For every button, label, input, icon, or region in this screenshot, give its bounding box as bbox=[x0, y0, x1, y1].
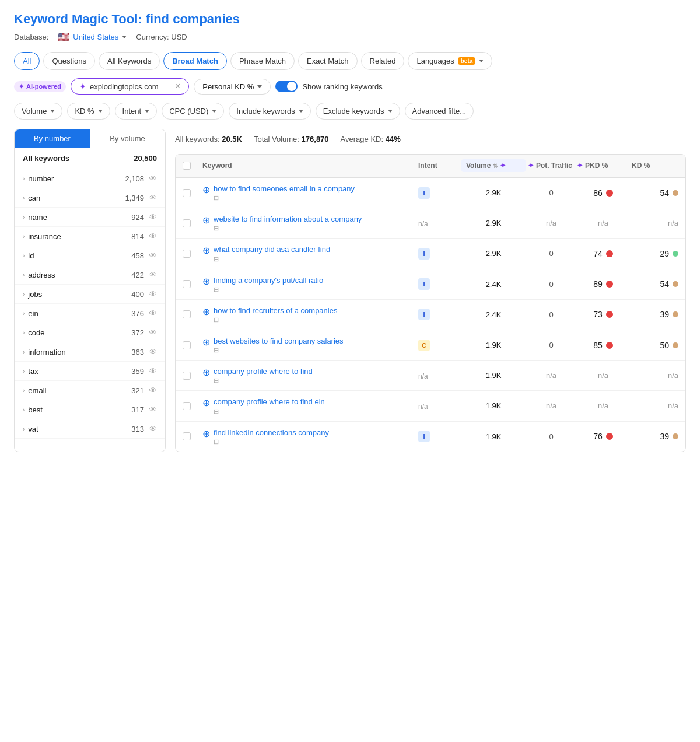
sidebar-item[interactable]: › tax 359 👁 bbox=[15, 362, 165, 381]
sidebar-item-word: number bbox=[28, 174, 54, 183]
add-icon[interactable]: ⊕ bbox=[202, 245, 210, 256]
eye-icon[interactable]: 👁 bbox=[149, 405, 157, 414]
row-checkbox[interactable] bbox=[183, 372, 191, 380]
keyword-link[interactable]: company profile where to find ein bbox=[214, 397, 325, 407]
row-checkbox[interactable] bbox=[183, 219, 191, 228]
row-checkbox[interactable] bbox=[183, 341, 191, 349]
tab-questions[interactable]: Questions bbox=[43, 52, 95, 70]
eye-icon[interactable]: 👁 bbox=[149, 193, 157, 202]
sidebar-item[interactable]: › ein 376 👁 bbox=[15, 304, 165, 323]
cpc-filter[interactable]: CPC (USD) bbox=[162, 103, 224, 120]
keyword-link[interactable]: best websites to find company salaries bbox=[214, 336, 344, 346]
keyword-mini-icon: ⊟ bbox=[214, 225, 362, 232]
exclude-keywords-filter[interactable]: Exclude keywords bbox=[316, 103, 400, 120]
keyword-link[interactable]: finding a company's put/call ratio bbox=[214, 275, 323, 286]
kd-cell: 50 bbox=[632, 341, 678, 350]
keyword-mini-icon: ⊟ bbox=[214, 377, 313, 384]
sidebar-item[interactable]: › id 458 👁 bbox=[15, 246, 165, 265]
row-checkbox[interactable] bbox=[183, 280, 191, 288]
main-content: By number By volume All keywords 20,500 … bbox=[14, 129, 686, 452]
add-icon[interactable]: ⊕ bbox=[202, 367, 210, 378]
sidebar-item[interactable]: › vat 313 👁 bbox=[15, 419, 165, 439]
eye-icon[interactable]: 👁 bbox=[149, 366, 157, 376]
kd-filter[interactable]: KD % bbox=[67, 103, 110, 120]
add-icon[interactable]: ⊕ bbox=[202, 397, 210, 408]
volume-filter[interactable]: Volume bbox=[14, 103, 62, 120]
sidebar-item[interactable]: › information 363 👁 bbox=[15, 342, 165, 362]
show-ranking-toggle[interactable] bbox=[275, 80, 298, 92]
eye-icon[interactable]: 👁 bbox=[149, 309, 157, 318]
th-volume[interactable]: Volume ⇅ ✦ bbox=[461, 159, 526, 172]
eye-icon[interactable]: 👁 bbox=[149, 270, 157, 279]
db-selector[interactable]: 🇺🇸 United States bbox=[58, 32, 127, 43]
eye-icon[interactable]: 👁 bbox=[149, 289, 157, 299]
eye-icon[interactable]: 👁 bbox=[149, 212, 157, 222]
intent-cell: I bbox=[418, 187, 459, 199]
add-icon[interactable]: ⊕ bbox=[202, 276, 210, 287]
row-checkbox[interactable] bbox=[183, 402, 191, 410]
keyword-cell: ⊕ find linkedin connections company ⊟ bbox=[202, 428, 416, 446]
eye-icon[interactable]: 👁 bbox=[149, 328, 157, 337]
avg-kd-label: Average KD: bbox=[341, 135, 383, 144]
tab-all[interactable]: All bbox=[14, 52, 40, 70]
eye-icon[interactable]: 👁 bbox=[149, 174, 157, 183]
kd-value: 29 bbox=[660, 249, 669, 258]
sidebar-item[interactable]: › number 2,108 👁 bbox=[15, 169, 165, 188]
tab-languages[interactable]: Languages beta bbox=[408, 52, 492, 70]
tab-phrase-match[interactable]: Phrase Match bbox=[230, 52, 295, 70]
kd-cell: 39 bbox=[632, 432, 678, 441]
th-pkd: ✦ PKD % bbox=[577, 162, 629, 170]
sidebar-item[interactable]: › insurance 814 👁 bbox=[15, 227, 165, 246]
tab-broad-match[interactable]: Broad Match bbox=[163, 52, 227, 70]
eye-icon[interactable]: 👁 bbox=[149, 251, 157, 260]
keyword-link[interactable]: what company did asa candler find bbox=[214, 244, 330, 255]
advanced-filter[interactable]: Advanced filte... bbox=[405, 103, 474, 120]
domain-input-wrapper[interactable]: ✦ × bbox=[71, 78, 189, 94]
add-icon[interactable]: ⊕ bbox=[202, 428, 210, 439]
sidebar-tab-by-number[interactable]: By number bbox=[15, 130, 90, 148]
sidebar-item[interactable]: › name 924 👁 bbox=[15, 208, 165, 227]
sidebar-item-count: 400 bbox=[131, 290, 144, 299]
add-icon[interactable]: ⊕ bbox=[202, 215, 210, 226]
add-icon[interactable]: ⊕ bbox=[202, 306, 210, 317]
eye-icon[interactable]: 👁 bbox=[149, 232, 157, 241]
eye-icon[interactable]: 👁 bbox=[149, 424, 157, 433]
row-checkbox[interactable] bbox=[183, 189, 191, 197]
sidebar-item-left: › name bbox=[23, 213, 47, 222]
select-all-checkbox[interactable] bbox=[183, 162, 191, 170]
add-icon[interactable]: ⊕ bbox=[202, 337, 210, 348]
keyword-link[interactable]: company profile where to find bbox=[214, 366, 313, 377]
row-checkbox-cell bbox=[183, 310, 200, 318]
tab-exact-match[interactable]: Exact Match bbox=[298, 52, 358, 70]
intent-filter[interactable]: Intent bbox=[115, 103, 158, 120]
add-icon[interactable]: ⊕ bbox=[202, 184, 210, 195]
eye-icon[interactable]: 👁 bbox=[149, 386, 157, 395]
eye-icon[interactable]: 👁 bbox=[149, 347, 157, 356]
sidebar-item[interactable]: › can 1,349 👁 bbox=[15, 188, 165, 208]
clear-domain-button[interactable]: × bbox=[175, 82, 180, 91]
keyword-link[interactable]: find linkedin connections company bbox=[214, 428, 329, 438]
sidebar-item[interactable]: › jobs 400 👁 bbox=[15, 285, 165, 304]
row-checkbox-cell bbox=[183, 432, 200, 440]
sidebar-item[interactable]: › code 372 👁 bbox=[15, 323, 165, 342]
sidebar-item[interactable]: › best 317 👁 bbox=[15, 400, 165, 419]
tab-related[interactable]: Related bbox=[361, 52, 405, 70]
pot-traffic-sparkle-icon: ✦ bbox=[528, 162, 534, 170]
keyword-link[interactable]: website to find information about a comp… bbox=[214, 214, 362, 225]
row-checkbox-cell bbox=[183, 219, 200, 228]
kd-selector[interactable]: Personal KD % bbox=[194, 79, 271, 94]
sidebar-item[interactable]: › address 422 👁 bbox=[15, 265, 165, 285]
row-checkbox[interactable] bbox=[183, 310, 191, 318]
include-keywords-filter[interactable]: Include keywords bbox=[229, 103, 310, 120]
keyword-link[interactable]: how to find recruiters of a companies bbox=[214, 306, 337, 316]
tab-all-keywords[interactable]: All Keywords bbox=[99, 52, 160, 70]
keyword-mini-icon: ⊟ bbox=[214, 438, 329, 446]
intent-na: n/a bbox=[418, 372, 428, 380]
pkd-cell: 73 bbox=[577, 310, 629, 319]
sidebar-tab-by-volume[interactable]: By volume bbox=[90, 130, 165, 148]
sidebar-item[interactable]: › email 321 👁 bbox=[15, 381, 165, 400]
keyword-link[interactable]: how to find someones email in a company bbox=[214, 184, 355, 194]
domain-input[interactable] bbox=[90, 82, 172, 91]
row-checkbox[interactable] bbox=[183, 432, 191, 440]
row-checkbox[interactable] bbox=[183, 250, 191, 258]
